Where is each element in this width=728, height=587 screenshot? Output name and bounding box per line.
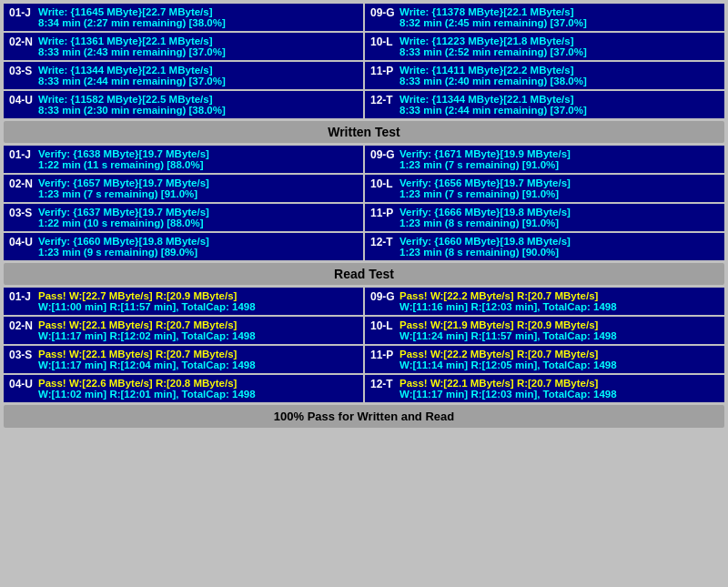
write-cell-04-u: 04-U Write: {11582 MByte}[22.5 MByte/s] … bbox=[4, 91, 363, 118]
drive-id: 02-N bbox=[9, 319, 35, 332]
verify-cell-04-u: 04-U Verify: {1660 MByte}[19.8 MByte/s] … bbox=[4, 233, 363, 260]
cell-line2: 8:33 min (2:44 min remaining) [37.0%] bbox=[399, 105, 719, 116]
cell-content: Pass! W:[21.9 MByte/s] R:[20.9 MByte/s] … bbox=[399, 319, 719, 341]
cell-label: 11-P Pass! W:[22.2 MByte/s] R:[20.7 MByt… bbox=[370, 349, 719, 370]
verify-cell-12-t: 12-T Verify: {1660 MByte}[19.8 MByte/s] … bbox=[365, 233, 724, 260]
drive-id: 10-L bbox=[370, 35, 396, 48]
verify-cell-10-l: 10-L Verify: {1656 MByte}[19.7 MByte/s] … bbox=[365, 175, 724, 202]
drive-id: 03-S bbox=[9, 207, 35, 219]
cell-line2: 1:23 min (9 s remaining) [89.0%] bbox=[38, 247, 358, 258]
cell-label: 02-N Pass! W:[22.1 MByte/s] R:[20.7 MByt… bbox=[9, 319, 358, 341]
cell-label: 03-S Write: {11344 MByte}[22.1 MByte/s] … bbox=[9, 65, 358, 86]
drive-id: 01-J bbox=[9, 6, 35, 19]
cell-content: Write: {11344 MByte}[22.1 MByte/s] 8:33 … bbox=[38, 65, 358, 86]
pass-cell-10-l: 10-L Pass! W:[21.9 MByte/s] R:[20.9 MByt… bbox=[365, 317, 724, 344]
write-cell-02-n: 02-N Write: {11361 MByte}[22.1 MByte/s] … bbox=[4, 33, 363, 60]
verify-cell-03-s: 03-S Verify: {1637 MByte}[19.7 MByte/s] … bbox=[4, 204, 363, 231]
pass-line1: Pass! W:[22.2 MByte/s] R:[20.7 MByte/s] bbox=[399, 290, 719, 301]
cell-line2: 8:34 min (2:27 min remaining) [38.0%] bbox=[38, 17, 358, 28]
pass-grid: 01-J Pass! W:[22.7 MByte/s] R:[20.9 MByt… bbox=[4, 288, 724, 402]
pass-line2: W:[11:14 min] R:[12:05 min], TotalCap: 1… bbox=[399, 359, 719, 370]
footer: 100% Pass for Written and Read bbox=[4, 405, 724, 428]
drive-id: 11-P bbox=[370, 349, 396, 361]
drive-id: 04-U bbox=[9, 94, 35, 106]
cell-content: Write: {11223 MByte}[21.8 MByte/s] 8:33 … bbox=[399, 35, 719, 57]
cell-line2: 1:23 min (8 s remaining) [90.0%] bbox=[399, 247, 719, 258]
drive-id: 02-N bbox=[9, 177, 35, 190]
pass-line2: W:[11:02 min] R:[12:01 min], TotalCap: 1… bbox=[38, 389, 358, 400]
pass-cell-04-u: 04-U Pass! W:[22.6 MByte/s] R:[20.8 MByt… bbox=[4, 375, 363, 402]
drive-id: 11-P bbox=[370, 65, 396, 77]
cell-content: Verify: {1671 MByte}[19.9 MByte/s] 1:23 … bbox=[399, 148, 719, 170]
cell-label: 09-G Pass! W:[22.2 MByte/s] R:[20.7 MByt… bbox=[370, 290, 719, 312]
cell-label: 02-N Verify: {1657 MByte}[19.7 MByte/s] … bbox=[9, 177, 358, 199]
drive-id: 09-G bbox=[370, 148, 396, 161]
cell-label: 09-G Verify: {1671 MByte}[19.9 MByte/s] … bbox=[370, 148, 719, 170]
cell-line1: Verify: {1638 MByte}[19.7 MByte/s] bbox=[38, 148, 358, 159]
drive-id: 12-T bbox=[370, 378, 396, 390]
cell-line1: Write: {11411 MByte}[22.2 MByte/s] bbox=[399, 65, 719, 76]
pass-section: 01-J Pass! W:[22.7 MByte/s] R:[20.9 MByt… bbox=[4, 288, 724, 402]
write-cell-10-l: 10-L Write: {11223 MByte}[21.8 MByte/s] … bbox=[365, 33, 724, 60]
cell-line1: Write: {11344 MByte}[22.1 MByte/s] bbox=[399, 94, 719, 105]
cell-content: Verify: {1638 MByte}[19.7 MByte/s] 1:22 … bbox=[38, 148, 358, 170]
write-cell-12-t: 12-T Write: {11344 MByte}[22.1 MByte/s] … bbox=[365, 91, 724, 118]
pass-cell-09-g: 09-G Pass! W:[22.2 MByte/s] R:[20.7 MByt… bbox=[365, 288, 724, 315]
cell-content: Write: {11582 MByte}[22.5 MByte/s] 8:33 … bbox=[38, 94, 358, 116]
pass-cell-02-n: 02-N Pass! W:[22.1 MByte/s] R:[20.7 MByt… bbox=[4, 317, 363, 344]
cell-line1: Write: {11645 MByte}[22.7 MByte/s] bbox=[38, 6, 358, 17]
cell-line1: Write: {11344 MByte}[22.1 MByte/s] bbox=[38, 65, 358, 76]
cell-line2: 1:22 min (11 s remaining) [88.0%] bbox=[38, 159, 358, 170]
cell-line2: 8:32 min (2:45 min remaining) [37.0%] bbox=[399, 17, 719, 28]
cell-line1: Verify: {1660 MByte}[19.8 MByte/s] bbox=[38, 236, 358, 247]
cell-line1: Verify: {1657 MByte}[19.7 MByte/s] bbox=[38, 177, 358, 188]
cell-label: 04-U Verify: {1660 MByte}[19.8 MByte/s] … bbox=[9, 236, 358, 258]
verify-grid: 01-J Verify: {1638 MByte}[19.7 MByte/s] … bbox=[4, 146, 724, 260]
cell-content: Verify: {1656 MByte}[19.7 MByte/s] 1:23 … bbox=[399, 177, 719, 199]
cell-line1: Write: {11582 MByte}[22.5 MByte/s] bbox=[38, 94, 358, 105]
drive-id: 09-G bbox=[370, 290, 396, 303]
cell-label: 01-J Write: {11645 MByte}[22.7 MByte/s] … bbox=[9, 6, 358, 28]
cell-label: 12-T Pass! W:[22.1 MByte/s] R:[20.7 MByt… bbox=[370, 378, 719, 400]
drive-id: 09-G bbox=[370, 6, 396, 19]
cell-label: 03-S Pass! W:[22.1 MByte/s] R:[20.7 MByt… bbox=[9, 349, 358, 370]
cell-line1: Write: {11223 MByte}[21.8 MByte/s] bbox=[399, 35, 719, 46]
cell-line1: Write: {11378 MByte}[22.1 MByte/s] bbox=[399, 6, 719, 17]
written-test-header: Written Test bbox=[4, 121, 724, 143]
drive-id: 10-L bbox=[370, 319, 396, 332]
pass-line1: Pass! W:[22.1 MByte/s] R:[20.7 MByte/s] bbox=[38, 349, 358, 359]
write-cell-11-p: 11-P Write: {11411 MByte}[22.2 MByte/s] … bbox=[365, 62, 724, 89]
cell-content: Write: {11411 MByte}[22.2 MByte/s] 8:33 … bbox=[399, 65, 719, 86]
cell-line1: Verify: {1671 MByte}[19.9 MByte/s] bbox=[399, 148, 719, 159]
pass-line2: W:[11:17 min] R:[12:04 min], TotalCap: 1… bbox=[38, 359, 358, 370]
drive-id: 01-J bbox=[9, 290, 35, 303]
cell-label: 11-P Verify: {1666 MByte}[19.8 MByte/s] … bbox=[370, 207, 719, 228]
pass-cell-01-j: 01-J Pass! W:[22.7 MByte/s] R:[20.9 MByt… bbox=[4, 288, 363, 315]
cell-line2: 8:33 min (2:30 min remaining) [38.0%] bbox=[38, 105, 358, 116]
cell-label: 04-U Pass! W:[22.6 MByte/s] R:[20.8 MByt… bbox=[9, 378, 358, 400]
cell-label: 12-T Verify: {1660 MByte}[19.8 MByte/s] … bbox=[370, 236, 719, 258]
cell-label: 11-P Write: {11411 MByte}[22.2 MByte/s] … bbox=[370, 65, 719, 86]
cell-content: Verify: {1660 MByte}[19.8 MByte/s] 1:23 … bbox=[399, 236, 719, 258]
cell-label: 04-U Write: {11582 MByte}[22.5 MByte/s] … bbox=[9, 94, 358, 116]
cell-line1: Verify: {1637 MByte}[19.7 MByte/s] bbox=[38, 207, 358, 218]
pass-line2: W:[11:17 min] R:[12:02 min], TotalCap: 1… bbox=[38, 330, 358, 341]
drive-id: 10-L bbox=[370, 177, 396, 190]
drive-id: 01-J bbox=[9, 148, 35, 161]
cell-content: Pass! W:[22.2 MByte/s] R:[20.7 MByte/s] … bbox=[399, 349, 719, 370]
write-cell-01-j: 01-J Write: {11645 MByte}[22.7 MByte/s] … bbox=[4, 4, 363, 31]
cell-content: Pass! W:[22.1 MByte/s] R:[20.7 MByte/s] … bbox=[399, 378, 719, 400]
cell-content: Pass! W:[22.2 MByte/s] R:[20.7 MByte/s] … bbox=[399, 290, 719, 312]
cell-label: 10-L Pass! W:[21.9 MByte/s] R:[20.9 MByt… bbox=[370, 319, 719, 341]
drive-id: 03-S bbox=[9, 65, 35, 77]
pass-line1: Pass! W:[22.2 MByte/s] R:[20.7 MByte/s] bbox=[399, 349, 719, 359]
drive-id: 04-U bbox=[9, 236, 35, 248]
pass-line1: Pass! W:[21.9 MByte/s] R:[20.9 MByte/s] bbox=[399, 319, 719, 330]
cell-content: Pass! W:[22.7 MByte/s] R:[20.9 MByte/s] … bbox=[38, 290, 358, 312]
write-cell-03-s: 03-S Write: {11344 MByte}[22.1 MByte/s] … bbox=[4, 62, 363, 89]
cell-label: 09-G Write: {11378 MByte}[22.1 MByte/s] … bbox=[370, 6, 719, 28]
main-container: 01-J Write: {11645 MByte}[22.7 MByte/s] … bbox=[0, 0, 728, 431]
drive-id: 12-T bbox=[370, 94, 396, 106]
cell-content: Verify: {1660 MByte}[19.8 MByte/s] 1:23 … bbox=[38, 236, 358, 258]
cell-content: Pass! W:[22.1 MByte/s] R:[20.7 MByte/s] … bbox=[38, 319, 358, 341]
